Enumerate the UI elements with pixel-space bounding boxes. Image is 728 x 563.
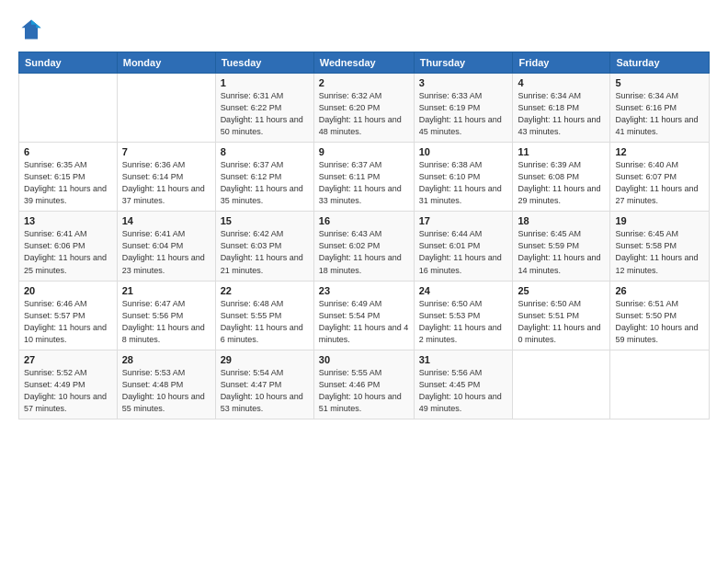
weekday-header-wednesday: Wednesday: [313, 52, 414, 74]
day-number: 9: [319, 146, 409, 157]
page: SundayMondayTuesdayWednesdayThursdayFrid…: [0, 0, 728, 563]
day-info: Sunrise: 6:44 AM Sunset: 6:01 PM Dayligh…: [419, 228, 508, 276]
calendar-cell: 1Sunrise: 6:31 AM Sunset: 6:22 PM Daylig…: [215, 74, 313, 143]
calendar-cell: 17Sunrise: 6:44 AM Sunset: 6:01 PM Dayli…: [414, 212, 513, 281]
day-number: 31: [419, 354, 508, 365]
day-number: 24: [419, 285, 508, 296]
day-info: Sunrise: 6:45 AM Sunset: 5:59 PM Dayligh…: [518, 228, 605, 276]
calendar-week-2: 6Sunrise: 6:35 AM Sunset: 6:15 PM Daylig…: [19, 143, 710, 212]
calendar-week-3: 13Sunrise: 6:41 AM Sunset: 6:06 PM Dayli…: [19, 212, 710, 281]
day-info: Sunrise: 6:36 AM Sunset: 6:14 PM Dayligh…: [122, 159, 210, 207]
day-number: 17: [419, 215, 508, 226]
calendar-body: 1Sunrise: 6:31 AM Sunset: 6:22 PM Daylig…: [19, 74, 710, 419]
day-info: Sunrise: 5:53 AM Sunset: 4:48 PM Dayligh…: [122, 367, 210, 415]
calendar-cell: 21Sunrise: 6:47 AM Sunset: 5:56 PM Dayli…: [117, 281, 215, 350]
calendar-cell: 5Sunrise: 6:34 AM Sunset: 6:16 PM Daylig…: [610, 74, 710, 143]
day-info: Sunrise: 6:42 AM Sunset: 6:03 PM Dayligh…: [221, 228, 309, 276]
day-number: 29: [221, 354, 309, 365]
calendar-cell: 19Sunrise: 6:45 AM Sunset: 5:58 PM Dayli…: [610, 212, 710, 281]
day-number: 21: [122, 285, 210, 296]
calendar-cell: 11Sunrise: 6:39 AM Sunset: 6:08 PM Dayli…: [513, 143, 610, 212]
weekday-header-saturday: Saturday: [610, 52, 710, 74]
calendar-cell: 15Sunrise: 6:42 AM Sunset: 6:03 PM Dayli…: [215, 212, 313, 281]
calendar-cell: 7Sunrise: 6:36 AM Sunset: 6:14 PM Daylig…: [117, 143, 215, 212]
day-info: Sunrise: 6:41 AM Sunset: 6:06 PM Dayligh…: [24, 228, 112, 276]
day-number: 14: [122, 215, 210, 226]
day-number: 27: [24, 354, 112, 365]
weekday-header-sunday: Sunday: [19, 52, 118, 74]
calendar-cell: 13Sunrise: 6:41 AM Sunset: 6:06 PM Dayli…: [19, 212, 118, 281]
day-number: 26: [615, 285, 704, 296]
day-info: Sunrise: 6:45 AM Sunset: 5:58 PM Dayligh…: [615, 228, 704, 276]
calendar-cell: [513, 350, 610, 419]
calendar-cell: 26Sunrise: 6:51 AM Sunset: 5:50 PM Dayli…: [610, 281, 710, 350]
calendar-cell: 25Sunrise: 6:50 AM Sunset: 5:51 PM Dayli…: [513, 281, 610, 350]
calendar-cell: 22Sunrise: 6:48 AM Sunset: 5:55 PM Dayli…: [215, 281, 313, 350]
calendar-cell: 31Sunrise: 5:56 AM Sunset: 4:45 PM Dayli…: [414, 350, 513, 419]
day-number: 8: [221, 146, 309, 157]
calendar-cell: 28Sunrise: 5:53 AM Sunset: 4:48 PM Dayli…: [117, 350, 215, 419]
day-number: 22: [221, 285, 309, 296]
day-info: Sunrise: 6:47 AM Sunset: 5:56 PM Dayligh…: [122, 298, 210, 346]
day-info: Sunrise: 6:46 AM Sunset: 5:57 PM Dayligh…: [24, 298, 112, 346]
calendar-cell: 23Sunrise: 6:49 AM Sunset: 5:54 PM Dayli…: [313, 281, 414, 350]
day-number: 12: [615, 146, 704, 157]
calendar-cell: 12Sunrise: 6:40 AM Sunset: 6:07 PM Dayli…: [610, 143, 710, 212]
day-info: Sunrise: 6:41 AM Sunset: 6:04 PM Dayligh…: [122, 228, 210, 276]
day-number: 25: [518, 285, 605, 296]
calendar-cell: 4Sunrise: 6:34 AM Sunset: 6:18 PM Daylig…: [513, 74, 610, 143]
day-info: Sunrise: 5:55 AM Sunset: 4:46 PM Dayligh…: [319, 367, 409, 415]
calendar-cell: 24Sunrise: 6:50 AM Sunset: 5:53 PM Dayli…: [414, 281, 513, 350]
calendar-week-1: 1Sunrise: 6:31 AM Sunset: 6:22 PM Daylig…: [19, 74, 710, 143]
day-number: 6: [24, 146, 112, 157]
calendar-header: SundayMondayTuesdayWednesdayThursdayFrid…: [19, 52, 710, 74]
day-number: 13: [24, 215, 112, 226]
day-info: Sunrise: 6:43 AM Sunset: 6:02 PM Dayligh…: [319, 228, 409, 276]
calendar-cell: 20Sunrise: 6:46 AM Sunset: 5:57 PM Dayli…: [19, 281, 118, 350]
day-info: Sunrise: 6:34 AM Sunset: 6:16 PM Dayligh…: [615, 90, 704, 138]
day-info: Sunrise: 6:33 AM Sunset: 6:19 PM Dayligh…: [419, 90, 508, 138]
calendar-week-5: 27Sunrise: 5:52 AM Sunset: 4:49 PM Dayli…: [19, 350, 710, 419]
header: [18, 17, 710, 42]
calendar-week-4: 20Sunrise: 6:46 AM Sunset: 5:57 PM Dayli…: [19, 281, 710, 350]
weekday-header-friday: Friday: [513, 52, 610, 74]
calendar-cell: 10Sunrise: 6:38 AM Sunset: 6:10 PM Dayli…: [414, 143, 513, 212]
calendar-cell: 6Sunrise: 6:35 AM Sunset: 6:15 PM Daylig…: [19, 143, 118, 212]
day-info: Sunrise: 6:35 AM Sunset: 6:15 PM Dayligh…: [24, 159, 112, 207]
day-number: 10: [419, 146, 508, 157]
weekday-header-tuesday: Tuesday: [215, 52, 313, 74]
day-number: 11: [518, 146, 605, 157]
day-number: 3: [419, 77, 508, 88]
weekday-row: SundayMondayTuesdayWednesdayThursdayFrid…: [19, 52, 710, 74]
day-info: Sunrise: 5:56 AM Sunset: 4:45 PM Dayligh…: [419, 367, 508, 415]
day-info: Sunrise: 6:39 AM Sunset: 6:08 PM Dayligh…: [518, 159, 605, 207]
day-number: 5: [615, 77, 704, 88]
day-info: Sunrise: 6:32 AM Sunset: 6:20 PM Dayligh…: [319, 90, 409, 138]
calendar-cell: 14Sunrise: 6:41 AM Sunset: 6:04 PM Dayli…: [117, 212, 215, 281]
calendar-cell: 9Sunrise: 6:37 AM Sunset: 6:11 PM Daylig…: [313, 143, 414, 212]
day-number: 16: [319, 215, 409, 226]
day-number: 19: [615, 215, 704, 226]
day-info: Sunrise: 6:34 AM Sunset: 6:18 PM Dayligh…: [518, 90, 605, 138]
day-info: Sunrise: 6:51 AM Sunset: 5:50 PM Dayligh…: [615, 298, 704, 346]
day-number: 30: [319, 354, 409, 365]
day-info: Sunrise: 6:50 AM Sunset: 5:51 PM Dayligh…: [518, 298, 605, 346]
calendar-cell: 3Sunrise: 6:33 AM Sunset: 6:19 PM Daylig…: [414, 74, 513, 143]
day-number: 28: [122, 354, 210, 365]
calendar-cell: [19, 74, 118, 143]
calendar-cell: 2Sunrise: 6:32 AM Sunset: 6:20 PM Daylig…: [313, 74, 414, 143]
calendar-table: SundayMondayTuesdayWednesdayThursdayFrid…: [18, 52, 710, 419]
calendar-cell: [610, 350, 710, 419]
day-info: Sunrise: 5:52 AM Sunset: 4:49 PM Dayligh…: [24, 367, 112, 415]
day-info: Sunrise: 6:31 AM Sunset: 6:22 PM Dayligh…: [221, 90, 309, 138]
day-number: 7: [122, 146, 210, 157]
weekday-header-monday: Monday: [117, 52, 215, 74]
weekday-header-thursday: Thursday: [414, 52, 513, 74]
calendar-cell: 8Sunrise: 6:37 AM Sunset: 6:12 PM Daylig…: [215, 143, 313, 212]
day-info: Sunrise: 6:37 AM Sunset: 6:11 PM Dayligh…: [319, 159, 409, 207]
day-number: 2: [319, 77, 409, 88]
day-number: 1: [221, 77, 309, 88]
calendar-cell: 29Sunrise: 5:54 AM Sunset: 4:47 PM Dayli…: [215, 350, 313, 419]
day-info: Sunrise: 6:50 AM Sunset: 5:53 PM Dayligh…: [419, 298, 508, 346]
day-info: Sunrise: 6:48 AM Sunset: 5:55 PM Dayligh…: [221, 298, 309, 346]
